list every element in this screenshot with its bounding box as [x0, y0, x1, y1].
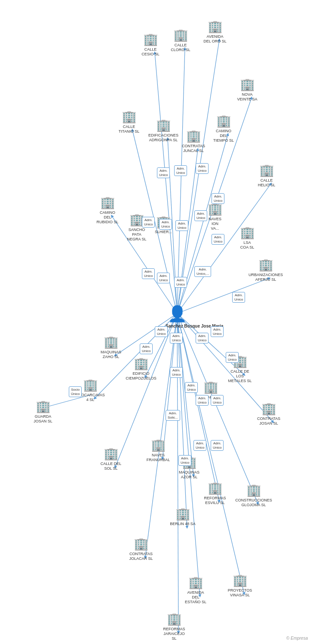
role-box-rb28[interactable]: Adm. Unico [211, 440, 224, 451]
company-label-calle_del_sol: CALLE DEL SOL SL [101, 462, 122, 471]
role-box-rb22[interactable]: Adm. Unico [185, 382, 198, 393]
svg-line-11 [177, 278, 269, 313]
company-label-edificio_ciempozuelos: EDIFICIO CIEMPOZUELOS [126, 371, 156, 381]
company-node-maquinas_zaho[interactable]: 🏢MAQUINAS ZAHO SL [98, 335, 124, 359]
company-node-reformas_esvilu[interactable]: 🏢REFORMAS ESVILU SL [202, 481, 228, 505]
role-box-rb12[interactable]: Adm. Unico [174, 277, 187, 288]
role-box-rb24[interactable]: Adm. Unico [211, 395, 224, 406]
building-icon-avenida_estano: 🏢 [188, 575, 203, 589]
role-box-rb4[interactable]: Adm. Unico [212, 193, 224, 204]
company-label-construcciones_glojoma: CONSTRUCCIONES GLOJOMA SL [235, 498, 272, 507]
company-node-calle_helio[interactable]: 🏢CALLE HELIO SL [254, 163, 279, 188]
company-label-contratas_juncal: CONTRATAS JUNCAL SL [182, 144, 205, 153]
company-node-contratas_juncal[interactable]: 🏢CONTRATAS JUNCAL SL [181, 129, 206, 153]
company-node-construcciones_glojoma[interactable]: 🏢CONSTRUCCIONES GLOJOMA SL [241, 483, 267, 507]
building-icon-calle_del_sol: 🏢 [104, 447, 119, 461]
company-node-calle_titanio[interactable]: 🏢CALLE TITANIO SL [116, 109, 142, 134]
company-node-contratas_jolacar[interactable]: 🏢CONTRATAS JOLACAR SL [128, 537, 154, 561]
company-node-calle_del_sol[interactable]: 🏢CALLE DEL SOL SL [98, 447, 124, 471]
role-box-rb27[interactable]: Adm. Unico [193, 440, 206, 451]
company-label-maquinas_azor: MAQUINAS AZOR SL [179, 470, 199, 480]
building-icon-avenida_oro: 🏢 [208, 19, 223, 33]
building-icon-edif_adrigonpa: 🏢 [156, 118, 171, 132]
company-node-lsa_coa[interactable]: 🏢LSA COA SL [234, 225, 260, 250]
role-box-rb16[interactable]: Adm. Unico [170, 333, 183, 343]
company-label-avenida_oro: AVENIDA DEL ORO SL [203, 34, 227, 44]
center-person[interactable]: 👤 [168, 305, 187, 323]
building-icon-reformas_esvilu: 🏢 [208, 481, 223, 495]
building-icon-urbanizaciones_aferju: 🏢 [258, 258, 273, 272]
role-box-rb2[interactable]: Adm. Unico [174, 165, 187, 176]
role-box-rb3[interactable]: Adm. Unico [196, 163, 209, 174]
role-box-rb25[interactable]: Adm. Solic... [166, 410, 180, 421]
company-node-contratas_josan[interactable]: 🏢CONTRATAS JOSAN SL [256, 401, 282, 426]
company-node-edif_adrigonpa[interactable]: 🏢EDIFICACIONES ADRIGONPA SL [150, 118, 176, 143]
company-node-berlin48[interactable]: 🏢BERLIN 48 SA [170, 507, 196, 526]
company-node-avenida_estano[interactable]: 🏢AVENIDA DEL ESTAÑO SL [183, 575, 209, 604]
company-label-nova_veinte: NOVA VEINTE SA [237, 92, 257, 102]
building-icon-camino_tiempo: 🏢 [216, 114, 231, 128]
company-node-calle_cesio[interactable]: 🏢CALLE CESIO SL [138, 32, 163, 57]
graph-container: 👤 Sanchez Bosque Jose Maria © Empresa 🏢C… [0, 0, 313, 644]
role-box-rb10[interactable]: Adm. Unico [232, 292, 245, 303]
company-label-naves_ion: NAVES ION VA... [209, 217, 221, 231]
building-icon-lsa_coa: 🏢 [240, 225, 255, 240]
copyright: © Empresa [286, 636, 308, 641]
building-icon-contratas_jolacar: 🏢 [134, 537, 149, 551]
building-icon-berlin48: 🏢 [175, 507, 190, 521]
company-node-reformas_jaraicejo[interactable]: 🏢REFORMAS JARAICEJO SL [161, 612, 187, 641]
company-node-edificio_ciempozuelos[interactable]: 🏢EDIFICIO CIEMPOZUELOS [128, 356, 154, 381]
company-label-calle_titanio: CALLE TITANIO SL [119, 125, 139, 134]
role-box-rb9[interactable]: Adm. Unico [212, 234, 224, 245]
role-box-rb5[interactable]: Adm. Unico [142, 217, 155, 228]
building-icon-proyectos_vinasa: 🏢 [233, 573, 248, 587]
company-node-proyectos_vinasa[interactable]: 🏢PROYECTOS VINASA SL [227, 573, 253, 598]
role-box-rb19[interactable]: Adm. Unico [196, 333, 209, 343]
building-icon-calle_cesio: 🏢 [143, 32, 158, 46]
role-box-rb26[interactable]: Adm. Unico [178, 455, 191, 466]
connections-svg [0, 0, 313, 644]
role-box-rb21[interactable]: Adm. Unico [170, 367, 183, 378]
role-box-socio_unico[interactable]: Socio Único [69, 386, 82, 397]
company-label-camino_rubidio: CAMINO DEL RUBIDIO SL [96, 210, 118, 224]
company-node-calle_cloro[interactable]: 🏢CALLE CLORO SL [168, 28, 193, 52]
role-box-rb11[interactable]: Adm. Unico,... [194, 266, 211, 277]
role-box-rb18[interactable]: Adm. Unico [211, 326, 224, 337]
building-icon-nova_veinte: 🏢 [240, 77, 255, 91]
building-icon-ecocarcavas4: 🏢 [83, 378, 98, 392]
building-icon-calle_sl: 🏢 [203, 380, 218, 394]
company-label-sancho_pata: SANCHO PATA NEGRA SL [127, 228, 146, 241]
company-label-calle_cloro: CALLE CLORO SL [171, 43, 190, 52]
building-icon-reformas_jaraicejo: 🏢 [167, 612, 182, 626]
role-box-rb23[interactable]: Adm. Unico [196, 395, 209, 406]
company-node-avenida_oro[interactable]: 🏢AVENIDA DEL ORO SL [202, 19, 228, 44]
company-label-reformas_jaraicejo: REFORMAS JARAICEJO SL [161, 627, 187, 641]
role-box-rb8[interactable]: Adm. Unico [194, 210, 207, 221]
role-box-rb14[interactable]: Adm. Unico [142, 268, 155, 279]
building-icon-calle_cloro: 🏢 [173, 28, 188, 42]
svg-line-2 [177, 49, 185, 313]
company-label-berlin48: BERLIN 48 SA [170, 522, 196, 526]
company-node-naves_franurbal[interactable]: 🏢NAVES FRANURBAL [145, 438, 171, 462]
company-node-camino_rubidio[interactable]: 🏢CAMINO DEL RUBIDIO SL [95, 195, 120, 224]
role-box-rb1[interactable]: Adm. Unico [157, 167, 170, 178]
company-node-guarda_josan[interactable]: 🏢GUARDA JOSAN SL [30, 399, 56, 424]
building-icon-calle_titanio: 🏢 [122, 109, 137, 124]
company-label-lsa_coa: LSA COA SL [240, 240, 255, 250]
role-box-rb20[interactable]: Adm. Unico [226, 352, 239, 363]
building-icon-naves_franurbal: 🏢 [151, 438, 166, 452]
role-box-rb6[interactable]: Adm. Unico [159, 219, 172, 230]
company-label-edif_adrigonpa: EDIFICACIONES ADRIGONPA SL [148, 133, 178, 143]
company-label-guarda_josan: GUARDA JOSAN SL [34, 414, 52, 424]
company-node-camino_tiempo[interactable]: 🏢CAMINO DEL TIEMPO SL [211, 114, 236, 143]
company-node-urbanizaciones_aferju[interactable]: 🏢URBANIZACIONES AFERJU SL [253, 258, 279, 282]
building-icon-edificio_ciempozuelos: 🏢 [134, 356, 149, 371]
role-box-rb17[interactable]: Adm. Unico [140, 343, 153, 354]
role-box-rb15[interactable]: Adm. Unico [155, 326, 168, 337]
company-node-nova_veinte[interactable]: 🏢NOVA VEINTE SA [234, 77, 260, 102]
company-label-slhier: SLHIER... [155, 230, 172, 234]
company-label-calle_metales: CALLE DE LOS METALES SL [228, 369, 252, 383]
role-box-rb7[interactable]: Adm. Unico [175, 220, 188, 231]
role-box-rb13[interactable]: Adm. Unico [157, 273, 170, 283]
company-label-contratas_josan: CONTRATAS JOSAN SL [257, 416, 280, 426]
